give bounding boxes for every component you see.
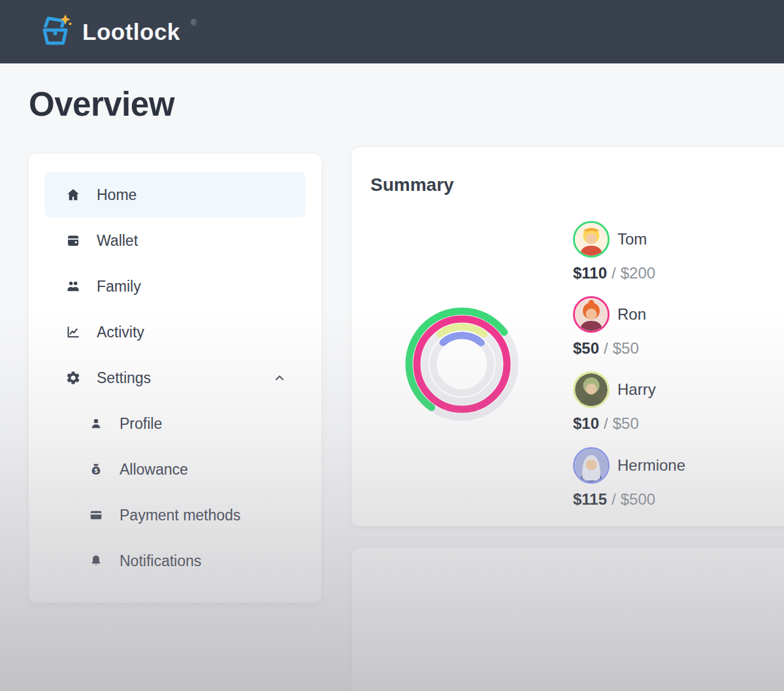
member-row-ron: Ron $50/$50 [573, 296, 782, 358]
money-bag-icon: $ [88, 462, 104, 477]
amount-separator: / [612, 490, 616, 508]
amount-spent: $10 [573, 414, 599, 432]
member-row-tom: Tom $110/$200 [573, 221, 782, 283]
sidebar-item-notifications[interactable]: Notifications [44, 538, 306, 584]
amount-limit: $500 [621, 490, 655, 508]
sidebar-item-label: Allowance [120, 461, 188, 479]
sidebar-item-label: Notifications [120, 552, 201, 570]
amount-limit: $50 [613, 339, 639, 357]
avatar-hermione [573, 447, 610, 484]
home-icon [65, 187, 81, 203]
member-name: Harry [617, 380, 656, 399]
sidebar-item-allowance[interactable]: $ Allowance [44, 447, 306, 492]
family-icon [65, 278, 81, 294]
member-row-hermione: Hermione $115/$500 [573, 447, 782, 509]
amount-limit: $50 [613, 414, 639, 432]
member-amount: $115/$500 [573, 490, 782, 509]
avatar-tom [573, 221, 610, 258]
sidebar-item-settings[interactable]: Settings [44, 355, 306, 401]
app-window: Lootlock ® Overview Home Wallet [0, 0, 784, 691]
sidebar-item-label: Wallet [97, 232, 138, 250]
member-amount: $10/$50 [573, 414, 782, 433]
sidebar-item-label: Profile [120, 415, 162, 433]
credit-card-icon [88, 507, 104, 523]
sidebar-item-label: Activity [97, 324, 144, 341]
sidebar-item-label: Settings [97, 369, 151, 387]
amount-limit: $200 [621, 264, 655, 282]
sidebar-nav: Home Wallet Family [29, 154, 321, 603]
sidebar-item-label: Payment methods [120, 507, 240, 524]
avatar-ron [573, 296, 610, 333]
secondary-card [351, 548, 784, 691]
amount-spent: $115 [573, 490, 607, 508]
member-row-harry: Harry $10/$50 [573, 371, 782, 433]
svg-text:$: $ [94, 467, 98, 474]
page-title: Overview [29, 85, 174, 124]
registered-mark: ® [191, 18, 197, 27]
amount-spent: $50 [573, 339, 599, 357]
sidebar-item-activity[interactable]: Activity [44, 309, 306, 355]
bell-icon [88, 553, 104, 569]
sidebar-item-label: Family [97, 278, 141, 295]
chevron-up-icon[interactable] [272, 370, 287, 386]
member-name: Hermione [617, 456, 685, 475]
avatar-harry [573, 371, 610, 408]
amount-spent: $110 [573, 264, 607, 282]
amount-separator: / [604, 414, 608, 432]
spending-rings-chart [400, 302, 524, 426]
activity-chart-icon [65, 324, 81, 340]
sidebar-item-home[interactable]: Home [44, 172, 306, 218]
lootlock-chest-logo-icon [39, 14, 73, 50]
amount-separator: / [604, 339, 608, 357]
brand: Lootlock ® [39, 14, 197, 50]
member-name: Tom [617, 230, 647, 248]
brand-name: Lootlock [82, 20, 180, 43]
sidebar-item-family[interactable]: Family [44, 263, 306, 309]
app-header: Lootlock ® [0, 0, 784, 63]
gear-icon [65, 370, 81, 386]
wallet-icon [65, 233, 81, 248]
sidebar-item-label: Home [97, 186, 137, 204]
person-icon [88, 416, 104, 431]
sidebar-item-profile[interactable]: Profile [44, 401, 306, 447]
member-amount: $50/$50 [573, 339, 782, 358]
member-name: Ron [617, 305, 646, 324]
summary-title: Summary [370, 175, 454, 195]
sidebar-item-wallet[interactable]: Wallet [44, 218, 306, 263]
summary-card: Summary [351, 147, 784, 526]
sidebar-item-payment-methods[interactable]: Payment methods [44, 492, 306, 538]
member-amount: $110/$200 [573, 264, 782, 282]
amount-separator: / [612, 264, 616, 282]
